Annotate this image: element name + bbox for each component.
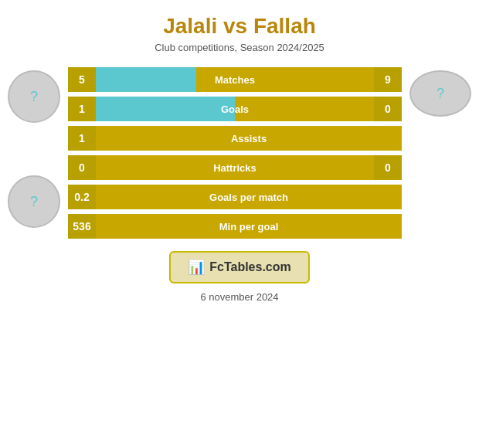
page-title: Jalali vs Fallah (163, 14, 316, 39)
avatar-right-top: ? (409, 70, 471, 117)
stat-row: 1Assists (68, 126, 402, 151)
question-icon-right-top: ? (437, 86, 444, 102)
stat-label: Goals per match (209, 192, 288, 203)
avatar-left-top: ? (8, 70, 60, 123)
stat-left-value: 1 (68, 97, 96, 121)
logo-box: 📊 FcTables.com (169, 251, 310, 283)
date-text: 6 november 2024 (200, 291, 278, 303)
stat-bar: Matches (96, 67, 374, 92)
stat-row: 0Hattricks0 (68, 155, 402, 180)
stat-row: 536Min per goal (68, 214, 402, 239)
logo-text: FcTables.com (209, 260, 291, 274)
stat-row: 5Matches9 (68, 67, 402, 92)
stat-left-value: 0 (68, 155, 96, 180)
question-icon-left-bottom: ? (30, 194, 38, 210)
stat-bar: Hattricks (96, 155, 374, 180)
stats-container: 5Matches91Goals01Assists0Hattricks00.2Go… (68, 67, 402, 239)
stat-right-value: 0 (374, 97, 402, 121)
logo-area: 📊 FcTables.com 6 november 2024 (169, 251, 310, 303)
stat-label: Min per goal (219, 221, 279, 232)
stat-label: Assists (231, 133, 267, 144)
stat-left-value: 5 (68, 67, 96, 92)
stat-bar: Min per goal (96, 214, 402, 239)
right-avatars: ? (409, 70, 471, 117)
stat-label: Goals (221, 104, 249, 115)
main-content: ? ? 5Matches91Goals01Assists0Hattricks00… (0, 67, 479, 239)
page: Jalali vs Fallah Club competitions, Seas… (0, 0, 479, 448)
stat-right-value: 0 (374, 155, 402, 180)
left-avatars: ? ? (8, 70, 60, 228)
stat-label: Hattricks (213, 162, 256, 174)
stat-bar: Assists (96, 126, 402, 151)
stat-left-value: 1 (68, 126, 96, 151)
logo-icon: 📊 (188, 259, 205, 276)
page-subtitle: Club competitions, Season 2024/2025 (155, 42, 324, 53)
stat-bar: Goals (96, 97, 374, 121)
avatar-left-bottom: ? (8, 175, 60, 228)
stat-left-value: 536 (68, 214, 96, 239)
stat-bar: Goals per match (96, 185, 402, 209)
stat-row: 0.2Goals per match (68, 185, 402, 209)
stat-label: Matches (215, 74, 255, 86)
stat-right-value: 9 (374, 67, 402, 92)
question-icon-left-top: ? (30, 89, 38, 105)
stat-fill (96, 97, 235, 121)
stat-row: 1Goals0 (68, 97, 402, 121)
stat-fill (96, 67, 196, 92)
stat-left-value: 0.2 (68, 185, 96, 209)
